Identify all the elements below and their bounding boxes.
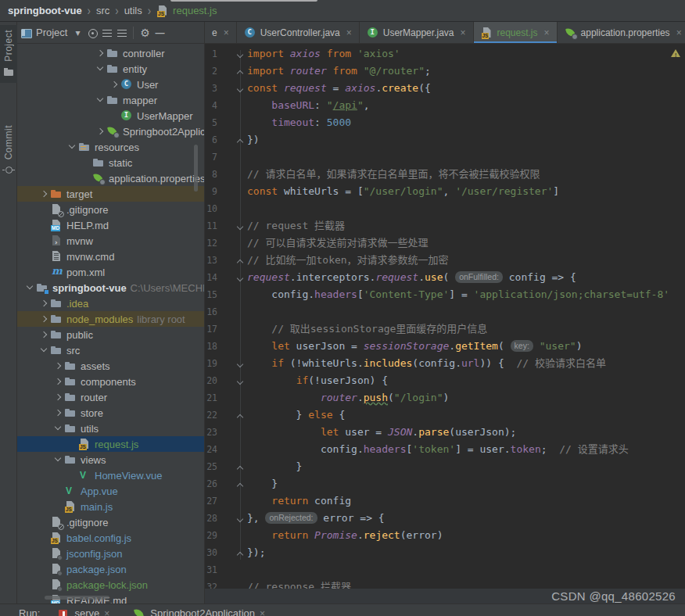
fold-marker-icon[interactable] <box>235 544 247 561</box>
chevron-right-icon[interactable] <box>38 188 50 200</box>
code-line-25[interactable]: 25 } <box>205 458 685 475</box>
breadcrumb-item-utils[interactable]: utils <box>124 5 142 16</box>
chevron-right-icon[interactable] <box>52 360 64 372</box>
code-line-30[interactable]: 30}); <box>205 544 685 561</box>
tool-window-button-project[interactable]: Project <box>0 25 17 83</box>
chevron-down-icon[interactable] <box>94 63 106 75</box>
code-line-8[interactable]: 8// 请求白名单，如果请求在白名单里面，将不会被拦截校验权限 <box>205 166 685 183</box>
tree-item-babel-config-js[interactable]: JSbabel.config.js <box>17 530 204 546</box>
close-icon[interactable]: × <box>104 608 109 616</box>
code-line-5[interactable]: 5 timeout: 5000 <box>205 114 685 131</box>
project-panel-title[interactable]: Project <box>36 27 67 38</box>
tree-item-gitignore[interactable]: .gitignore <box>17 202 204 217</box>
tree-item-app-vue[interactable]: App.vue <box>17 483 204 499</box>
tree-item-homeview-vue[interactable]: HomeView.vue <box>17 467 204 483</box>
fold-marker-icon[interactable] <box>235 252 247 269</box>
expand-all-icon[interactable] <box>101 27 113 39</box>
fold-marker-icon[interactable] <box>235 45 247 63</box>
code-line-15[interactable]: 15 config.headers['Content-Type'] = 'app… <box>205 286 685 303</box>
tree-item-application-properties[interactable]: application.properties <box>17 170 204 186</box>
tree-item-static[interactable]: static <box>17 155 204 170</box>
project-view-icon[interactable] <box>20 27 32 39</box>
locate-icon[interactable] <box>86 27 99 39</box>
tree-item-mvnw[interactable]: ›mvnw <box>17 233 204 249</box>
tree-item-help-md[interactable]: MDHELP.md <box>17 217 204 233</box>
chevron-down-icon[interactable] <box>52 453 64 466</box>
breadcrumb-item-src[interactable]: src <box>96 5 109 16</box>
code-line-27[interactable]: 27 return config <box>205 492 685 510</box>
tool-window-button-commit[interactable]: Commit <box>0 120 17 181</box>
code-line-1[interactable]: 1import axios from 'axios' <box>205 45 685 63</box>
chevron-down-icon[interactable] <box>38 344 50 356</box>
run-tab-springboot2application[interactable]: Springboot2Application× <box>133 607 265 616</box>
tree-item-mvnw-cmd[interactable]: mvnw.cmd <box>17 249 204 264</box>
chevron-right-icon[interactable] <box>52 391 64 403</box>
code-line-23[interactable]: 23 let user = JSON.parse(userJson); <box>205 424 685 441</box>
close-tab-icon[interactable]: × <box>544 27 550 38</box>
code-line-21[interactable]: 21 router.push("/login") <box>205 389 685 406</box>
hide-icon[interactable]: — <box>153 27 166 38</box>
code-line-17[interactable]: 17 // 取出sessionStorage里面缓存的用户信息 <box>205 321 685 338</box>
fold-marker-icon[interactable] <box>235 63 247 80</box>
tree-item-public[interactable]: public <box>17 327 204 342</box>
tree-item-node-modules[interactable]: node_moduleslibrary root <box>17 311 204 327</box>
tab-usercontroller-java[interactable]: UserController.java× <box>237 22 360 44</box>
code-line-2[interactable]: 2import router from "@/router"; <box>205 63 685 80</box>
tree-item-src[interactable]: src <box>17 342 204 358</box>
warning-icon[interactable]: ! <box>671 49 681 58</box>
fold-marker-icon[interactable] <box>235 80 247 97</box>
tree-item-user[interactable]: User <box>17 77 204 92</box>
code-line-31[interactable]: 31 <box>205 561 685 578</box>
tree-item-utils[interactable]: utils <box>17 421 204 436</box>
code-line-26[interactable]: 26 } <box>205 475 685 492</box>
chevron-right-icon[interactable] <box>94 125 106 138</box>
tree-item-views[interactable]: views <box>17 452 204 467</box>
code-line-6[interactable]: 6}) <box>205 131 685 149</box>
tab-application-properties[interactable]: application.properties× <box>558 22 685 44</box>
code-line-3[interactable]: 3const request = axios.create({ <box>205 80 685 97</box>
tree-item-store[interactable]: store <box>17 405 204 421</box>
run-tab-serve[interactable]: serve× <box>57 607 109 616</box>
tree-item-assets[interactable]: assets <box>17 358 204 374</box>
tree-item-jsconfig-json[interactable]: jsconfig.json <box>17 546 204 561</box>
chevron-down-icon[interactable] <box>52 422 64 435</box>
close-tab-icon[interactable]: × <box>460 27 465 38</box>
code-line-18[interactable]: 18 let userJson = sessionStorage.getItem… <box>205 338 685 355</box>
close-icon[interactable]: × <box>260 608 265 616</box>
fold-marker-icon[interactable] <box>235 510 247 527</box>
close-tab-icon[interactable]: × <box>676 27 682 38</box>
code-line-29[interactable]: 29 return Promise.reject(error) <box>205 527 685 544</box>
code-line-12[interactable]: 12// 可以自请求发送前对请求做一些处理 <box>205 235 685 252</box>
tree-item-springboot2application[interactable]: Springboot2Application <box>17 124 204 139</box>
tree-item-components[interactable]: components <box>17 374 204 389</box>
breadcrumb-item-request-js[interactable]: JSrequest.js <box>156 5 217 17</box>
fold-marker-icon[interactable] <box>235 458 247 475</box>
code-line-14[interactable]: 14request.interceptors.request.use( onFu… <box>205 269 685 286</box>
chevron-right-icon[interactable] <box>108 78 120 91</box>
tree-horizontal-scrollbar[interactable] <box>45 596 109 600</box>
tree-item-gitignore[interactable]: .gitignore <box>17 514 204 530</box>
fold-marker-icon[interactable] <box>235 475 247 492</box>
fold-marker-icon[interactable] <box>235 355 247 372</box>
tree-item-springboot-vue[interactable]: springboot-vueC:\Users\MECHR <box>17 280 204 295</box>
tab-usermapper-java[interactable]: UserMapper.java× <box>360 22 474 44</box>
fold-marker-icon[interactable] <box>235 372 247 389</box>
code-line-11[interactable]: 11// request 拦截器 <box>205 217 685 235</box>
chevron-down-icon[interactable] <box>23 281 36 294</box>
chevron-down-icon[interactable]: ▾ <box>71 27 84 38</box>
tree-item-entity[interactable]: entity <box>17 61 204 77</box>
code-line-16[interactable]: 16 <box>205 303 685 321</box>
tab-e[interactable]: e× <box>205 22 237 44</box>
chevron-right-icon[interactable] <box>38 313 50 325</box>
chevron-right-icon[interactable] <box>52 406 64 419</box>
tree-item-request-js[interactable]: JSrequest.js <box>17 436 204 452</box>
tree-item-main-js[interactable]: JSmain.js <box>17 499 204 514</box>
tree-item-target[interactable]: target <box>17 186 204 202</box>
tree-vertical-scrollbar[interactable] <box>194 145 198 192</box>
code-line-20[interactable]: 20 if(!userJson) { <box>205 372 685 389</box>
collapse-all-icon[interactable] <box>116 27 128 39</box>
fold-marker-icon[interactable] <box>235 217 247 235</box>
code-editor[interactable]: ! 1import axios from 'axios'2import rout… <box>205 44 685 603</box>
chevron-right-icon[interactable] <box>38 297 50 310</box>
code-line-4[interactable]: 4 baseURL: "/api", <box>205 97 685 114</box>
